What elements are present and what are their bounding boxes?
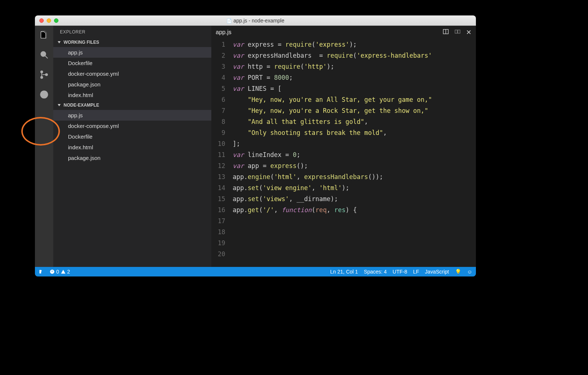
file-item[interactable]: app.js (53, 110, 211, 121)
status-cursor[interactable]: Ln 21, Col 1 (330, 269, 358, 275)
chevron-down-icon (58, 104, 61, 106)
file-item[interactable]: docker-compose.yml (53, 68, 211, 79)
file-item[interactable]: app.js (53, 47, 211, 58)
file-item[interactable]: docker-compose.yml (53, 121, 211, 131)
file-item[interactable]: Dockerfile (53, 58, 211, 68)
window-zoom-icon[interactable] (54, 18, 58, 23)
window-title: 📄app.js - node-example (35, 18, 476, 24)
tab-filename[interactable]: app.js (216, 29, 232, 36)
titlebar: 📄app.js - node-example (35, 15, 476, 26)
file-item[interactable]: Dockerfile (53, 131, 211, 142)
file-item[interactable]: package.json (53, 79, 211, 90)
file-item[interactable]: index.html (53, 90, 211, 100)
status-indent[interactable]: Spaces: 4 (364, 269, 387, 275)
chevron-down-icon (58, 41, 61, 43)
svg-point-3 (41, 76, 43, 78)
window-close-icon[interactable] (39, 18, 44, 23)
code-editor[interactable]: 1234567891011121314151617181920 var expr… (211, 39, 476, 267)
search-icon[interactable] (39, 50, 49, 61)
file-item[interactable]: package.json (53, 153, 211, 163)
editor-window: 📄app.js - node-example EXPLORER WORKING … (35, 15, 476, 276)
feedback-smiley-icon[interactable]: ☺ (467, 269, 472, 275)
status-bar: × 0 2 Ln 21, Col 1 Spaces: 4 UTF-8 LF Ja… (35, 267, 476, 276)
svg-rect-9 (455, 30, 457, 33)
svg-line-1 (45, 56, 48, 58)
explorer-icon[interactable] (39, 30, 49, 41)
sidebar: EXPLORER WORKING FILESapp.jsDockerfiledo… (53, 26, 211, 267)
svg-point-0 (41, 51, 46, 56)
debug-icon[interactable] (39, 90, 49, 101)
split-editor-icon[interactable] (442, 28, 449, 36)
tab-bar: app.js ✕ (211, 26, 476, 39)
status-encoding[interactable]: UTF-8 (392, 269, 407, 275)
section-header[interactable]: WORKING FILES (53, 38, 211, 47)
svg-point-4 (46, 74, 47, 75)
editor-area: app.js ✕ 1234567891011121314151617181920… (211, 26, 476, 267)
svg-text:×: × (51, 270, 53, 273)
sidebar-title: EXPLORER (53, 26, 211, 38)
close-tab-icon[interactable]: ✕ (466, 28, 472, 36)
window-minimize-icon[interactable] (47, 18, 51, 23)
status-language[interactable]: JavaScript (425, 269, 449, 275)
activity-bar (35, 26, 53, 267)
file-item[interactable]: index.html (53, 142, 211, 153)
compare-icon[interactable] (454, 28, 461, 36)
svg-point-2 (41, 71, 43, 73)
svg-point-6 (43, 93, 46, 96)
section-header[interactable]: NODE-EXAMPLE (53, 100, 211, 110)
status-git-icon[interactable] (39, 269, 44, 274)
source-control-icon[interactable] (39, 70, 49, 81)
line-numbers: 1234567891011121314151617181920 (211, 39, 230, 267)
feedback-lightbulb-icon[interactable]: 💡 (455, 269, 461, 275)
status-problems[interactable]: × 0 2 (50, 269, 70, 275)
svg-rect-10 (458, 30, 460, 33)
status-eol[interactable]: LF (413, 269, 419, 275)
